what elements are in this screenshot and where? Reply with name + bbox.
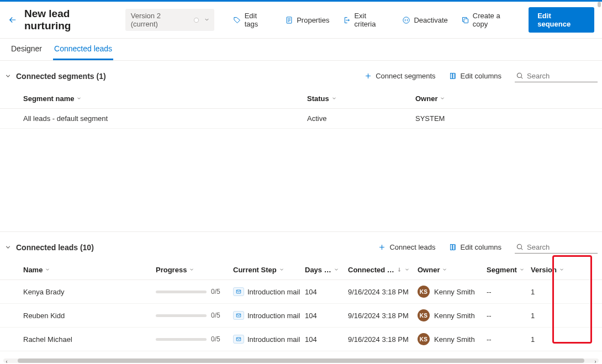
lead-segment-cell: --	[487, 312, 531, 320]
version-selector[interactable]: Version 2 (current)	[125, 9, 214, 31]
lead-connected-cell: 9/16/2024 3:18 PM	[348, 288, 418, 296]
tab-designer[interactable]: Designer	[10, 39, 43, 60]
lead-step-cell: Introduction mail	[233, 311, 305, 320]
mail-icon	[233, 287, 244, 296]
chevron-down-icon[interactable]	[4, 244, 12, 251]
lead-segment-cell: --	[487, 288, 531, 296]
properties-button[interactable]: Properties	[279, 13, 335, 28]
chevron-down-icon	[331, 96, 337, 101]
col-segment-name[interactable]: Segment name	[23, 94, 307, 103]
segments-section-header: Connected segments (1) Connect segments …	[0, 61, 602, 89]
lead-connected-cell: 9/16/2024 3:18 PM	[348, 335, 418, 344]
lead-owner-cell: KSKenny Smith	[418, 286, 487, 298]
segments-search[interactable]	[515, 70, 598, 82]
table-row[interactable]: All leads - default segment Active SYSTE…	[0, 109, 602, 129]
edit-columns-button[interactable]: Edit columns	[443, 68, 507, 83]
avatar: KS	[418, 286, 430, 298]
col-owner[interactable]: Owner	[415, 94, 596, 103]
table-row[interactable]: Kenya Brady0/5Introduction mail1049/16/2…	[0, 280, 602, 304]
back-arrow-icon[interactable]	[8, 15, 18, 25]
svg-rect-4	[452, 73, 454, 79]
leads-title: Connected leads (10)	[16, 243, 94, 252]
search-icon	[516, 243, 524, 251]
chevron-down-icon	[76, 96, 82, 101]
col-progress[interactable]: Progress	[156, 266, 233, 274]
chevron-down-icon	[404, 267, 410, 272]
svg-point-8	[517, 244, 521, 249]
col-status[interactable]: Status	[307, 94, 415, 103]
col-days[interactable]: Days …	[305, 266, 348, 274]
col-connected[interactable]: Connected …	[348, 266, 418, 274]
segments-table-header: Segment name Status Owner	[0, 89, 602, 109]
segments-title: Connected segments (1)	[16, 72, 106, 81]
mail-icon	[233, 335, 244, 344]
edit-tags-label: Edit tags	[245, 12, 272, 28]
table-row[interactable]: Reuben Kidd0/5Introduction mail1049/16/2…	[0, 304, 602, 328]
exit-icon	[342, 16, 351, 24]
leads-section-header: Connected leads (10) Connect leads Edit …	[0, 232, 602, 260]
lead-connected-cell: 9/16/2024 3:18 PM	[348, 312, 418, 320]
exit-criteria-button[interactable]: Exit criteria	[337, 8, 394, 31]
columns-icon	[449, 243, 457, 251]
page-header: New lead nurturing Version 2 (current) E…	[0, 2, 602, 39]
vertical-scroll-indicator[interactable]	[598, 2, 601, 7]
lead-step-cell: Introduction mail	[233, 287, 305, 296]
lead-version-cell: 1	[531, 288, 575, 296]
scrollbar-thumb[interactable]	[18, 358, 584, 363]
create-copy-button[interactable]: Create a copy	[456, 8, 522, 31]
edit-columns-button[interactable]: Edit columns	[443, 240, 507, 255]
chevron-down-icon	[279, 267, 284, 272]
lead-days-cell: 104	[305, 335, 348, 344]
col-owner[interactable]: Owner	[418, 266, 487, 274]
chevron-down-icon	[204, 16, 210, 24]
chevron-down-icon	[45, 267, 50, 272]
segment-status-cell: Active	[307, 114, 415, 123]
svg-rect-7	[452, 245, 454, 250]
chevron-down-icon	[519, 267, 525, 272]
leads-search-input[interactable]	[527, 243, 596, 251]
version-label: Version 2 (current)	[131, 12, 189, 28]
connect-segments-label: Connect segments	[376, 72, 435, 80]
edit-tags-button[interactable]: Edit tags	[228, 8, 278, 31]
chevron-down-icon	[189, 267, 194, 272]
exit-criteria-label: Exit criteria	[354, 12, 389, 28]
segments-table: Segment name Status Owner All leads - de…	[0, 89, 602, 129]
leads-table-header: Name Progress Current Step Days … Connec…	[0, 260, 602, 280]
chevron-down-icon	[442, 267, 447, 272]
edit-sequence-button[interactable]: Edit sequence	[529, 7, 594, 33]
plus-icon	[378, 243, 386, 251]
avatar: KS	[418, 309, 430, 321]
svg-rect-2	[464, 19, 468, 23]
lead-name-cell: Rachel Michael	[23, 335, 156, 344]
segment-owner-cell: SYSTEM	[415, 114, 596, 123]
connect-segments-button[interactable]: Connect segments	[358, 68, 441, 83]
lead-version-cell: 1	[531, 312, 575, 320]
copy-icon	[461, 16, 469, 24]
chevron-down-icon[interactable]	[4, 72, 12, 80]
col-current-step[interactable]: Current Step	[233, 266, 305, 274]
segments-search-input[interactable]	[527, 72, 596, 80]
page-title: New lead nurturing	[24, 8, 119, 32]
lead-name-cell: Kenya Brady	[23, 288, 156, 296]
col-name[interactable]: Name	[23, 266, 156, 274]
col-version[interactable]: Version	[531, 266, 575, 274]
col-segment[interactable]: Segment	[487, 266, 531, 274]
svg-point-1	[403, 17, 409, 23]
lead-name-cell: Reuben Kidd	[23, 312, 156, 320]
tab-connected-leads[interactable]: Connected leads	[53, 39, 113, 60]
horizontal-scrollbar[interactable]	[3, 358, 599, 363]
lead-days-cell: 104	[305, 312, 348, 320]
lead-progress-cell: 0/5	[156, 288, 233, 296]
lead-owner-cell: KSKenny Smith	[418, 309, 487, 321]
chevron-down-icon	[559, 267, 564, 272]
lead-version-cell: 1	[531, 335, 575, 344]
chevron-down-icon	[440, 96, 445, 101]
leads-search[interactable]	[515, 241, 598, 254]
svg-point-5	[517, 73, 521, 77]
deactivate-icon	[402, 16, 410, 24]
deactivate-button[interactable]: Deactivate	[397, 13, 453, 28]
table-row[interactable]: Rachel Michael0/5Introduction mail1049/1…	[0, 328, 602, 351]
tab-bar: Designer Connected leads	[0, 39, 602, 61]
connect-leads-button[interactable]: Connect leads	[372, 240, 441, 255]
version-status-dot-icon	[194, 18, 199, 23]
